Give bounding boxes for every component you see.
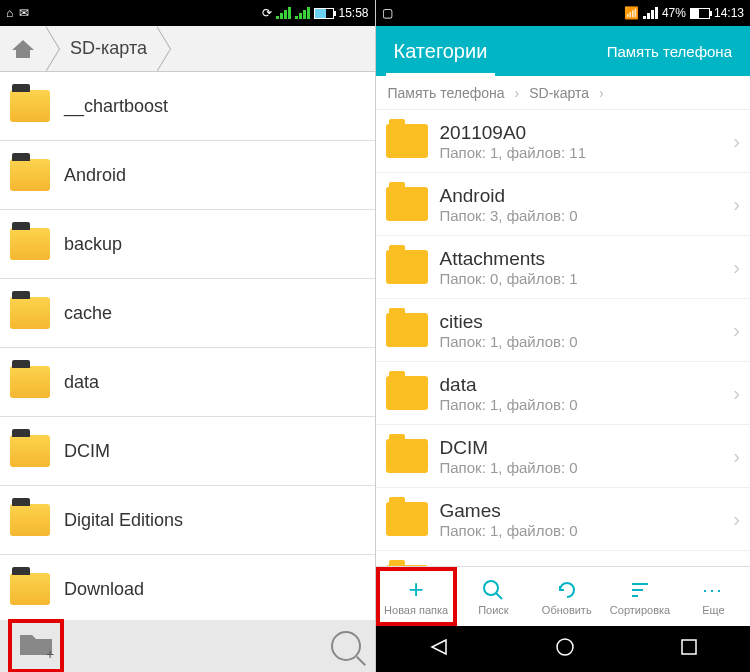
- folder-item[interactable]: data: [0, 348, 375, 417]
- folder-item[interactable]: cities Папок: 1, файлов: 0 ›: [376, 299, 751, 362]
- folder-item[interactable]: Android: [0, 141, 375, 210]
- folder-name: cache: [64, 303, 112, 324]
- status-time: 14:13: [714, 6, 744, 20]
- folder-item[interactable]: Download: [0, 555, 375, 620]
- bottom-toolbar: + Новая папка Поиск Обновить Сортировка: [376, 566, 751, 626]
- folder-item[interactable]: DCIM: [0, 417, 375, 486]
- folder-list[interactable]: __chartboost Android backup cache data D…: [0, 72, 375, 620]
- chevron-right-icon: ›: [733, 508, 740, 531]
- back-button[interactable]: [428, 636, 450, 662]
- home-button[interactable]: [555, 637, 575, 661]
- plus-icon: +: [409, 578, 424, 602]
- folder-name: DCIM: [440, 437, 734, 459]
- folder-icon: [386, 439, 428, 473]
- status-bar: ⌂ ✉ ⟳ 15:58: [0, 0, 375, 26]
- folder-item[interactable]: Digital Editions: [0, 486, 375, 555]
- breadcrumb-seg-2[interactable]: SD-карта: [529, 85, 589, 101]
- status-time: 15:58: [338, 6, 368, 20]
- breadcrumb-seg-1[interactable]: Память телефона: [388, 85, 505, 101]
- breadcrumb: Память телефона › SD-карта ›: [376, 76, 751, 110]
- folder-item[interactable]: data Папок: 1, файлов: 0 ›: [376, 362, 751, 425]
- picture-icon: ▢: [382, 6, 393, 20]
- bottom-toolbar: +: [0, 620, 375, 672]
- folder-subtitle: Папок: 3, файлов: 0: [440, 207, 734, 224]
- folder-item[interactable]: Attachments Папок: 0, файлов: 1 ›: [376, 236, 751, 299]
- folder-list[interactable]: 201109A0 Папок: 1, файлов: 11 › Android …: [376, 110, 751, 566]
- svg-line-2: [496, 593, 502, 599]
- folder-name: Games: [440, 500, 734, 522]
- new-folder-button[interactable]: +: [14, 625, 58, 667]
- sort-icon: [629, 578, 651, 602]
- left-phone: ⌂ ✉ ⟳ 15:58 SD-карта __chartboost Androi…: [0, 0, 376, 672]
- folder-subtitle: Папок: 0, файлов: 1: [440, 270, 734, 287]
- refresh-icon: [556, 578, 578, 602]
- folder-name: Digital Editions: [64, 510, 183, 531]
- message-icon: ✉: [19, 6, 29, 20]
- search-button[interactable]: Поиск: [457, 567, 530, 626]
- folder-name: __chartboost: [64, 96, 168, 117]
- folder-icon: [10, 297, 50, 329]
- folder-item[interactable]: backup: [0, 210, 375, 279]
- right-phone: ▢ 📶 47% 14:13 Категории Память телефона …: [376, 0, 751, 672]
- battery-icon: [314, 8, 334, 19]
- folder-item[interactable]: Games Папок: 1, файлов: 0 ›: [376, 488, 751, 551]
- folder-name: Download: [64, 579, 144, 600]
- folder-subtitle: Папок: 1, файлов: 0: [440, 522, 734, 539]
- tab-categories[interactable]: Категории: [376, 26, 506, 76]
- folder-icon: [10, 228, 50, 260]
- svg-rect-7: [682, 640, 696, 654]
- search-button[interactable]: [325, 625, 367, 667]
- new-folder-highlight: +: [8, 619, 64, 672]
- sort-button[interactable]: Сортировка: [603, 567, 676, 626]
- tab-phone-memory[interactable]: Память телефона: [589, 26, 750, 76]
- refresh-button[interactable]: Обновить: [530, 567, 603, 626]
- recent-button[interactable]: [680, 638, 698, 660]
- more-button[interactable]: ⋮ Еще: [677, 567, 750, 626]
- breadcrumb-home[interactable]: [0, 26, 46, 71]
- folder-name: 201109A0: [440, 122, 734, 144]
- folder-name: backup: [64, 234, 122, 255]
- tab-bar: Категории Память телефона: [376, 26, 751, 76]
- chevron-right-icon: ›: [733, 256, 740, 279]
- status-bar: ▢ 📶 47% 14:13: [376, 0, 751, 26]
- folder-icon: [386, 502, 428, 536]
- chevron-right-icon: ›: [733, 130, 740, 153]
- svg-point-6: [557, 639, 573, 655]
- new-folder-button[interactable]: + Новая папка: [376, 567, 457, 626]
- folder-icon: [10, 366, 50, 398]
- folder-plus-icon: +: [18, 629, 54, 659]
- home-icon: ⌂: [6, 6, 13, 20]
- chevron-right-icon: ›: [733, 319, 740, 342]
- chevron-right-icon: ›: [515, 85, 520, 101]
- svg-point-1: [484, 581, 498, 595]
- folder-icon: [10, 573, 50, 605]
- folder-item[interactable]: Android Папок: 3, файлов: 0 ›: [376, 173, 751, 236]
- folder-icon: [10, 90, 50, 122]
- folder-item[interactable]: 201109A0 Папок: 1, файлов: 11 ›: [376, 110, 751, 173]
- folder-item[interactable]: __chartboost: [0, 72, 375, 141]
- folder-icon: [386, 376, 428, 410]
- folder-subtitle: Папок: 1, файлов: 0: [440, 396, 734, 413]
- folder-subtitle: Папок: 1, файлов: 0: [440, 333, 734, 350]
- signal-icon: [643, 7, 658, 19]
- folder-name: data: [440, 374, 734, 396]
- breadcrumb-current[interactable]: SD-карта: [60, 26, 157, 71]
- wifi-icon: 📶: [624, 6, 639, 20]
- signal-icon: [276, 7, 291, 19]
- battery-icon: [690, 8, 710, 19]
- search-icon: [331, 631, 361, 661]
- folder-name: Attachments: [440, 248, 734, 270]
- folder-icon: [10, 504, 50, 536]
- folder-item[interactable]: Images Папок: 5, файлов: 0 ›: [376, 551, 751, 566]
- sync-icon: ⟳: [262, 6, 272, 20]
- more-icon: ⋮: [701, 578, 725, 602]
- folder-icon: [386, 250, 428, 284]
- folder-icon: [10, 159, 50, 191]
- folder-name: cities: [440, 311, 734, 333]
- folder-item[interactable]: cache: [0, 279, 375, 348]
- folder-subtitle: Папок: 1, файлов: 0: [440, 459, 734, 476]
- folder-item[interactable]: DCIM Папок: 1, файлов: 0 ›: [376, 425, 751, 488]
- breadcrumb: SD-карта: [0, 26, 375, 72]
- navigation-bar: [376, 626, 751, 672]
- home-icon: [10, 38, 36, 60]
